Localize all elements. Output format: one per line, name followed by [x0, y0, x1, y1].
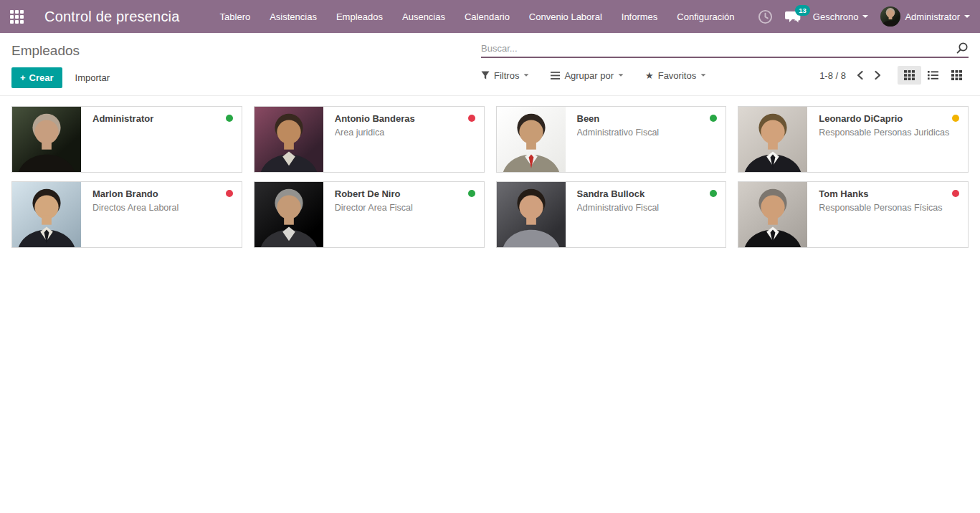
filters-dropdown[interactable]: Filtros: [481, 70, 529, 81]
presence-status-dot: [952, 190, 959, 197]
employee-name[interactable]: Been: [577, 113, 600, 125]
control-panel: Empleados + Crear Importar: [0, 33, 980, 96]
person-silhouette-icon: [738, 182, 807, 247]
employee-job-title: Administrativo Fiscal: [577, 127, 718, 138]
list-view-button[interactable]: [921, 66, 945, 85]
employee-kanban: Administrator Antonio Bande: [0, 96, 980, 258]
employee-photo: [254, 182, 323, 247]
employee-job-title: Area juridica: [335, 127, 475, 138]
menu-item[interactable]: Calendario: [465, 11, 510, 22]
presence-status-dot: [710, 190, 717, 197]
presence-status-dot: [710, 115, 717, 122]
presence-status-dot: [468, 115, 475, 122]
search-bar: [481, 42, 969, 58]
presence-status-dot: [226, 115, 233, 122]
apps-menu-icon[interactable]: [0, 0, 33, 33]
list-icon: [928, 70, 938, 80]
breadcrumb: Empleados: [11, 43, 110, 59]
plus-icon: +: [20, 72, 26, 83]
group-by-label: Agrupar por: [564, 70, 614, 81]
employee-card[interactable]: Sandra Bullock Administrativo Fiscal: [496, 181, 727, 248]
activity-view-button[interactable]: [945, 66, 969, 85]
menu-item[interactable]: Tablero: [220, 11, 251, 22]
funnel-icon: [481, 71, 490, 80]
chevron-down-icon: [524, 74, 529, 76]
employee-card[interactable]: Administrator: [11, 106, 242, 173]
top-navbar: Control de presencia Tablero Asistencias…: [0, 0, 980, 33]
employee-card[interactable]: Been Administrativo Fiscal: [496, 106, 727, 173]
presence-status-dot: [468, 190, 475, 197]
app-title: Control de presencia: [44, 9, 180, 25]
employee-card[interactable]: Robert De Niro Director Area Fiscal: [254, 181, 485, 248]
employee-photo: [497, 182, 566, 247]
favorites-dropdown[interactable]: ★ Favoritos: [645, 70, 706, 81]
person-silhouette-icon: [738, 107, 807, 172]
employee-photo: [254, 107, 323, 172]
favorites-label: Favoritos: [658, 70, 696, 81]
user-name: Administrator: [905, 11, 960, 22]
menu-item[interactable]: Asistencias: [270, 11, 317, 22]
employee-photo: [497, 107, 566, 172]
employee-photo: [12, 107, 81, 172]
person-silhouette-icon: [497, 182, 566, 247]
kanban-grid-icon: [904, 70, 915, 80]
employee-photo: [738, 107, 807, 172]
menu-item[interactable]: Empleados: [336, 11, 383, 22]
chevron-down-icon: [862, 15, 868, 18]
employee-name[interactable]: Antonio Banderas: [335, 113, 415, 125]
person-silhouette-icon: [497, 107, 566, 172]
search-icon[interactable]: [956, 42, 969, 54]
pager-next-icon[interactable]: [874, 70, 882, 80]
menu-item[interactable]: Informes: [622, 11, 658, 22]
employee-job-title: Responsable Personas Juridicas: [819, 127, 959, 138]
employee-photo: [738, 182, 807, 247]
employee-name[interactable]: Marlon Brando: [92, 188, 158, 200]
menu-item[interactable]: Configuración: [677, 11, 734, 22]
employee-name[interactable]: Tom Hanks: [819, 188, 868, 200]
activity-grid-icon: [951, 70, 962, 80]
group-by-dropdown[interactable]: Agrupar por: [551, 70, 624, 81]
employee-card[interactable]: Tom Hanks Responsable Personas Físicas: [738, 181, 969, 248]
employee-job-title: Director Area Fiscal: [335, 202, 475, 214]
chevron-down-icon: [964, 15, 970, 18]
view-switcher: [898, 66, 969, 85]
create-button-label: Crear: [29, 72, 54, 83]
user-avatar: [880, 6, 900, 27]
employee-card[interactable]: Leonardo DiCaprio Responsable Personas J…: [738, 106, 969, 173]
star-icon: ★: [645, 70, 654, 81]
messages-icon[interactable]: 13: [785, 10, 801, 24]
person-silhouette-icon: [254, 182, 323, 247]
company-switcher[interactable]: Geschrono: [813, 11, 869, 22]
pager: 1-8 / 8: [819, 70, 882, 81]
attendance-clock-icon[interactable]: [758, 9, 773, 24]
filters-toolbar: Filtros Agrupar por ★ Favoritos 1-8 / 8: [481, 66, 969, 85]
pager-previous-icon[interactable]: [856, 70, 864, 80]
presence-status-dot: [226, 190, 233, 197]
employee-name[interactable]: Administrator: [92, 113, 153, 125]
message-count-badge: 13: [795, 5, 810, 16]
grid-icon: [10, 10, 24, 24]
menu-item[interactable]: Convenio Laboral: [529, 11, 602, 22]
person-silhouette-icon: [12, 182, 81, 247]
employee-card[interactable]: Antonio Banderas Area juridica: [254, 106, 485, 173]
employee-name[interactable]: Sandra Bullock: [577, 188, 645, 200]
filters-label: Filtros: [494, 70, 519, 81]
employee-job-title: Administrativo Fiscal: [577, 202, 718, 214]
chevron-down-icon: [619, 74, 624, 76]
employee-name[interactable]: Robert De Niro: [335, 188, 401, 200]
menu-item[interactable]: Ausencias: [402, 11, 445, 22]
search-input[interactable]: [481, 43, 956, 54]
person-silhouette-icon: [254, 107, 323, 172]
create-button[interactable]: + Crear: [11, 67, 62, 88]
main-menu: Tablero Asistencias Empleados Ausencias …: [220, 11, 735, 22]
kanban-view-button[interactable]: [898, 66, 921, 85]
chevron-down-icon: [701, 74, 706, 76]
person-silhouette-icon: [12, 107, 81, 172]
employee-job-title: Responsable Personas Físicas: [819, 202, 959, 214]
company-name: Geschrono: [813, 11, 859, 22]
employee-name[interactable]: Leonardo DiCaprio: [819, 113, 903, 125]
employee-card[interactable]: Marlon Brando Directos Area Laboral: [11, 181, 242, 248]
group-by-icon: [551, 72, 560, 80]
user-menu[interactable]: Administrator: [880, 6, 970, 27]
import-button[interactable]: Importar: [75, 72, 110, 83]
